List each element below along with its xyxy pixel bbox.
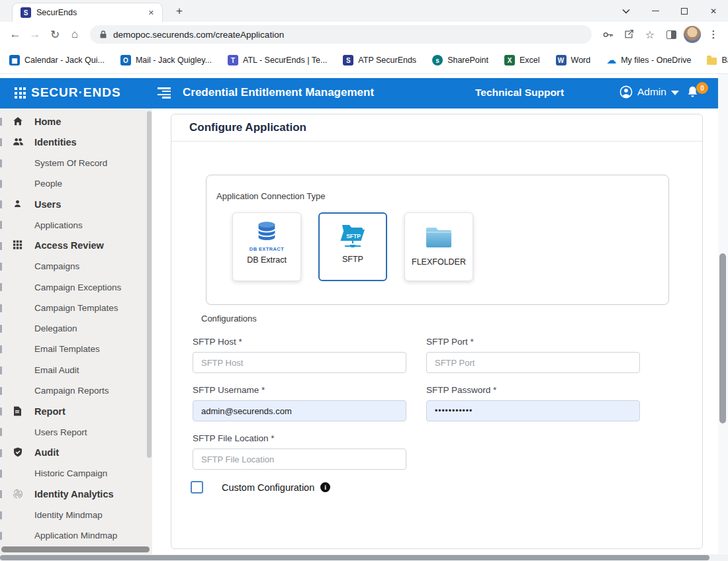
sftp-port-input[interactable] [426,352,640,373]
bookmark-banking[interactable]: Banking [707,56,728,65]
tab-close-icon[interactable]: ✕ [146,7,157,19]
bookmark-star-icon[interactable]: ☆ [641,25,659,44]
sidebar-item-label: Email Templates [34,344,100,354]
connection-option-flexfolder[interactable]: FLEXFOLDER [404,212,473,281]
favicon-w-icon: W [556,55,567,65]
connection-type-label: Application Connection Type [216,191,326,201]
custom-configuration-label: Custom Configuration [222,482,314,493]
sidebar-item-campaigns[interactable]: Campaigns [0,256,147,277]
sidebar-item-application-mindmap[interactable]: Application Mindmap [0,525,147,546]
password-key-icon[interactable] [598,25,617,44]
app-header: SECUR·ENDS Credential Entitlement Manage… [0,78,718,108]
configure-application-card: Configure Application Application Connec… [171,114,703,549]
profile-avatar[interactable] [683,25,702,44]
forward-icon[interactable]: → [25,24,45,44]
new-tab-button[interactable]: + [171,4,188,19]
sidebar-item-audit[interactable]: Audit [0,443,147,463]
browser-toolbar: ← → ↻ ⌂ demopoc.securends.com/createAppl… [0,22,728,47]
sidebar-item-label: Report [34,406,66,417]
maximize-button[interactable] [670,0,699,22]
favicon-s-icon: S [343,55,353,65]
sftp-file-location-input[interactable] [193,449,406,470]
sidebar-item-identity-mindmap[interactable]: Identity Mindmap [0,505,147,525]
bookmark-excel[interactable]: XExcel [504,55,540,65]
sidebar-item-identities[interactable]: Identities [0,132,147,152]
sftp-username-input[interactable] [193,400,406,421]
app-title: Credential Entitlement Management [183,86,374,99]
sidebar-vertical-scrollbar[interactable] [147,111,152,458]
sidebar-item-access-review[interactable]: Access Review [0,236,147,256]
sidebar-item-email-audit[interactable]: Email Audit [0,360,147,380]
sidebar-item-historic-campaign[interactable]: Historic Campaign [0,463,147,484]
connection-option-sftp[interactable]: SFTP SFTP [318,212,387,281]
address-bar[interactable]: demopoc.securends.com/createApplication [90,25,592,44]
sidebar-horizontal-scrollbar[interactable] [1,546,150,552]
audit-icon [13,447,24,458]
sidebar-item-users[interactable]: Users [0,194,147,214]
sidebar-item-report[interactable]: Report [0,401,147,421]
page-scrollbar-thumb[interactable] [719,253,726,423]
sidebar-item-system-of-record[interactable]: System Of Record [0,153,147,173]
notifications-button[interactable]: 0 [686,85,708,105]
back-icon[interactable]: ← [5,24,25,44]
browser-window: S SecurEnds ✕ + ✕ ← → ↻ ⌂ demopoc.secure… [0,0,728,561]
sidebar-toggle-icon[interactable] [158,87,171,99]
info-icon[interactable]: i [320,482,330,492]
side-panel-icon[interactable] [662,25,680,44]
minimize-button[interactable] [641,0,670,22]
admin-menu[interactable]: Admin [619,85,679,99]
apps-grid-icon[interactable] [15,87,26,99]
page-scrollbar-track[interactable] [718,74,728,554]
bookmark-label: ATP SecurEnds [358,56,416,65]
sidebar-item-home[interactable]: Home [0,111,147,132]
sftp-host-input[interactable] [193,352,406,373]
sidebar-item-applications[interactable]: Applications [0,214,147,235]
sftp-folder-icon: SFTP [337,221,369,251]
bookmark-label: Excel [520,56,540,65]
sidebar-item-delegation[interactable]: Delegation [0,318,147,339]
custom-configuration-checkbox[interactable] [191,481,203,494]
sftp-password-label: SFTP Password * [426,385,640,395]
connection-option-db-extract[interactable]: DB EXTRACT DB Extract [232,212,301,281]
securends-logo[interactable]: SECUR·ENDS [31,85,121,100]
bookmark-atl-securends-te-[interactable]: TATL - SecurEnds | Te... [228,55,327,65]
sidebar-item-campaign-reports[interactable]: Campaign Reports [0,380,147,401]
sftp-label: SFTP [342,255,363,264]
bookmark-calendar-jack-qui-[interactable]: ▦Calendar - Jack Qui... [9,55,105,65]
sidebar-item-label: People [34,179,62,189]
bookmark-my-files-onedrive[interactable]: ☁My files - OneDrive [606,55,691,65]
bookmark-word[interactable]: WWord [556,55,591,65]
sidebar-item-campaign-templates[interactable]: Campaign Templates [0,298,147,318]
reload-icon[interactable]: ↻ [45,24,65,44]
report-icon [13,406,24,417]
tab-search-chevron-icon[interactable] [612,0,641,22]
browser-tab[interactable]: S SecurEnds ✕ [12,3,163,22]
home-icon[interactable]: ⌂ [65,24,85,44]
browser-menu-icon[interactable]: ⋮ [704,25,723,44]
db-extract-label: DB Extract [247,255,287,265]
horizontal-scrollbar-track[interactable] [0,554,728,561]
sidebar-item-campaign-exceptions[interactable]: Campaign Exceptions [0,277,147,297]
sftp-password-input[interactable] [426,400,640,421]
sidebar-item-users-report[interactable]: Users Report [0,421,147,442]
bookmark-mail-jack-quigley-[interactable]: OMail - Jack Quigley... [120,55,212,65]
technical-support-link[interactable]: Technical Support [475,87,564,99]
bookmark-atp-securends[interactable]: SATP SecurEnds [343,55,416,65]
bookmark-label: Mail - Jack Quigley... [136,56,212,65]
sidebar-item-label: Identities [34,137,77,148]
horizontal-scrollbar-thumb[interactable] [0,555,709,560]
sidebar-item-label: Campaign Reports [34,386,109,396]
notification-badge: 0 [696,82,708,94]
sidebar-item-email-templates[interactable]: Email Templates [0,339,147,359]
sidebar-item-label: Campaign Exceptions [34,282,121,292]
user-icon [13,198,24,210]
home-icon [13,116,24,127]
close-button[interactable]: ✕ [699,0,728,22]
sidebar-item-people[interactable]: People [0,173,147,194]
share-icon[interactable] [619,25,638,44]
bookmark-sharepoint[interactable]: sSharePoint [432,55,488,65]
lock-icon [99,30,107,39]
favicon-t-icon: T [228,55,238,65]
sftp-file-location-label: SFTP File Location * [193,433,406,443]
sidebar-item-identity-analytics[interactable]: Identity Analytics [0,484,147,504]
